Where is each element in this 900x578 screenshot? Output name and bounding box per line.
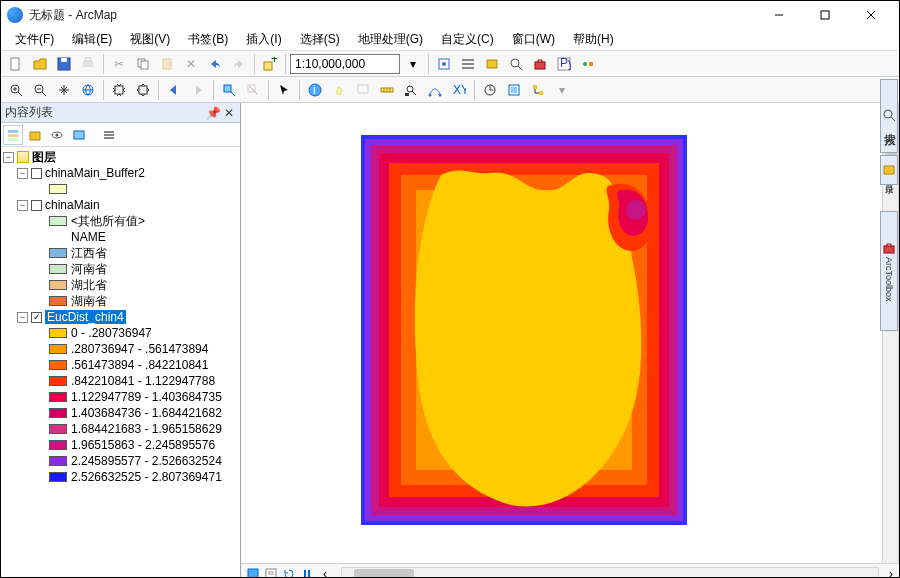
province-4[interactable]: 湖南省 (3, 293, 238, 309)
hyperlink-icon[interactable] (328, 79, 350, 101)
html-popup-icon[interactable] (352, 79, 374, 101)
province-1[interactable]: 江西省 (3, 245, 238, 261)
select-elements-icon[interactable] (273, 79, 295, 101)
layer-eucdist[interactable]: − ✓ EucDist_chin4 (3, 309, 238, 325)
menu-customize[interactable]: 自定义(C) (433, 29, 502, 50)
province-3[interactable]: 湖北省 (3, 277, 238, 293)
horizontal-scrollbar[interactable] (341, 567, 879, 579)
raster-class[interactable]: .561473894 - .842210841 (3, 357, 238, 373)
menu-edit[interactable]: 编辑(E) (64, 29, 120, 50)
select-features-icon[interactable] (218, 79, 240, 101)
list-by-selection-icon[interactable] (69, 125, 89, 145)
more-tools-icon[interactable]: ▾ (551, 79, 573, 101)
collapse-icon[interactable]: − (17, 312, 28, 323)
layer-buffer2[interactable]: − chinaMain_Buffer2 (3, 165, 238, 181)
arc-toolbox-icon[interactable] (529, 53, 551, 75)
list-by-visibility-icon[interactable] (47, 125, 67, 145)
list-by-drawing-order-icon[interactable] (3, 125, 23, 145)
raster-class[interactable]: .280736947 - .561473894 (3, 341, 238, 357)
copy-icon[interactable] (132, 53, 154, 75)
raster-class[interactable]: .842210841 - 1.122947788 (3, 373, 238, 389)
raster-class[interactable]: 2.526632525 - 2.807369471 (3, 469, 238, 485)
find-icon[interactable] (400, 79, 422, 101)
dock-tab-search[interactable]: 搜索 (880, 79, 898, 153)
other-values[interactable]: <其他所有值> (3, 213, 238, 229)
collapse-icon[interactable]: − (17, 168, 28, 179)
editor-toolbar-icon[interactable] (433, 53, 455, 75)
menu-geoprocessing[interactable]: 地理处理(G) (350, 29, 431, 50)
close-button[interactable] (849, 5, 893, 25)
refresh-icon[interactable] (281, 566, 297, 579)
clear-selection-icon[interactable] (242, 79, 264, 101)
find-route-icon[interactable] (424, 79, 446, 101)
scale-input[interactable] (290, 54, 400, 74)
collapse-icon[interactable]: − (3, 152, 14, 163)
menu-bookmark[interactable]: 书签(B) (180, 29, 236, 50)
menu-window[interactable]: 窗口(W) (504, 29, 563, 50)
menu-file[interactable]: 文件(F) (7, 29, 62, 50)
raster-class[interactable]: 1.403684736 - 1.684421682 (3, 405, 238, 421)
symbol-buffer2[interactable] (3, 181, 238, 197)
paste-icon[interactable] (156, 53, 178, 75)
open-icon[interactable] (29, 53, 51, 75)
raster-class[interactable]: 2.245895577 - 2.526632524 (3, 453, 238, 469)
catalog-icon[interactable] (481, 53, 503, 75)
checkbox-checked[interactable]: ✓ (31, 312, 42, 323)
full-extent-icon[interactable] (77, 79, 99, 101)
pin-icon[interactable]: 📌 (206, 106, 220, 120)
data-frame[interactable]: − 图层 (3, 149, 238, 165)
raster-class[interactable]: 1.96515863 - 2.245895576 (3, 437, 238, 453)
raster-class[interactable]: 0 - .280736947 (3, 325, 238, 341)
zoom-out-icon[interactable] (29, 79, 51, 101)
dock-tab-toolbox[interactable]: ArcToolbox (880, 211, 898, 331)
close-toc-icon[interactable]: ✕ (222, 106, 236, 120)
collapse-icon[interactable]: − (17, 200, 28, 211)
undo-icon[interactable] (204, 53, 226, 75)
scale-dropdown-icon[interactable]: ▾ (402, 53, 424, 75)
save-icon[interactable] (53, 53, 75, 75)
toc-options-icon[interactable] (99, 125, 119, 145)
time-slider-icon[interactable] (479, 79, 501, 101)
minimize-button[interactable] (757, 5, 801, 25)
measure-icon[interactable] (376, 79, 398, 101)
pan-icon[interactable] (53, 79, 75, 101)
map-canvas[interactable] (241, 103, 899, 563)
identify-icon[interactable]: i (304, 79, 326, 101)
checkbox[interactable] (31, 168, 42, 179)
zoom-in-icon[interactable] (5, 79, 27, 101)
toc-tree[interactable]: − 图层 − chinaMain_Buffer2 − chinaMain (1, 147, 240, 578)
forward-icon[interactable] (187, 79, 209, 101)
add-data-icon[interactable]: + (259, 53, 281, 75)
print-icon[interactable] (77, 53, 99, 75)
model-builder-icon[interactable] (577, 53, 599, 75)
menu-insert[interactable]: 插入(I) (238, 29, 289, 50)
menu-select[interactable]: 选择(S) (292, 29, 348, 50)
toc-icon[interactable] (457, 53, 479, 75)
python-window-icon[interactable]: Py (553, 53, 575, 75)
raster-class[interactable]: 1.684421683 - 1.965158629 (3, 421, 238, 437)
menu-view[interactable]: 视图(V) (122, 29, 178, 50)
layer-chinamain[interactable]: − chinaMain (3, 197, 238, 213)
redo-icon[interactable] (228, 53, 250, 75)
scroll-thumb[interactable] (354, 569, 414, 579)
maximize-button[interactable] (803, 5, 847, 25)
checkbox[interactable] (31, 200, 42, 211)
catalog-tree-icon[interactable] (527, 79, 549, 101)
raster-class[interactable]: 1.122947789 - 1.403684735 (3, 389, 238, 405)
data-view-icon[interactable] (245, 566, 261, 579)
scroll-left-icon[interactable]: ‹ (317, 566, 333, 579)
scroll-right-icon[interactable]: › (883, 563, 899, 579)
pause-drawing-icon[interactable] (299, 566, 315, 579)
search-window-icon[interactable] (505, 53, 527, 75)
layout-view-icon[interactable] (263, 566, 279, 579)
dock-tab-catalog[interactable]: 目录 (880, 155, 898, 185)
province-2[interactable]: 河南省 (3, 261, 238, 277)
cut-icon[interactable]: ✂ (108, 53, 130, 75)
create-viewer-icon[interactable] (503, 79, 525, 101)
delete-icon[interactable]: ✕ (180, 53, 202, 75)
back-icon[interactable] (163, 79, 185, 101)
fixed-zoom-in-icon[interactable] (108, 79, 130, 101)
go-to-xy-icon[interactable]: XY (448, 79, 470, 101)
new-icon[interactable] (5, 53, 27, 75)
fixed-zoom-out-icon[interactable] (132, 79, 154, 101)
